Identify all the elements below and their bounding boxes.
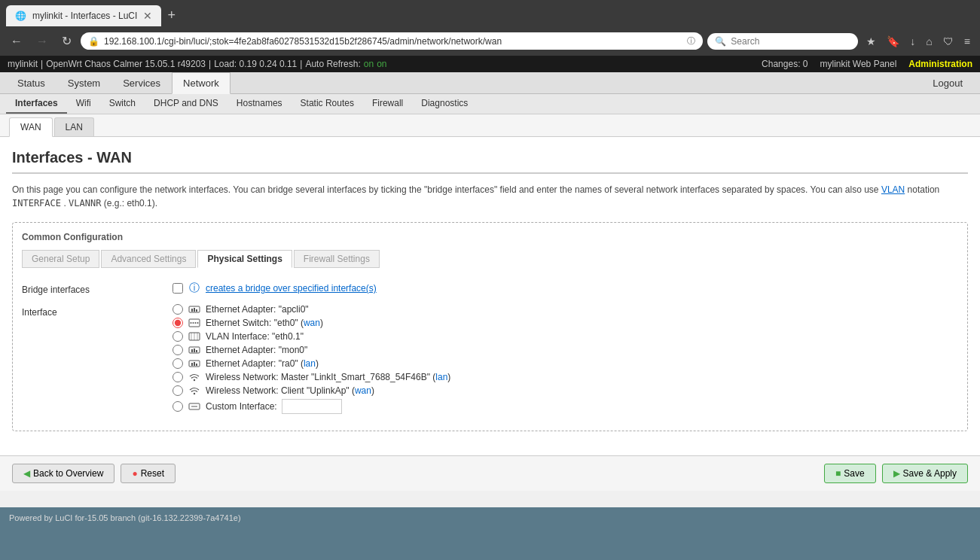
nav-logout[interactable]: Logout [921,72,974,93]
bridge-help-icon[interactable]: ⓘ [189,282,200,295]
wan-link-6[interactable]: wan [355,385,371,396]
wireless-icon-6 [188,385,201,396]
bridge-help-text[interactable]: creates a bridge over specified interfac… [206,283,377,294]
vlan-link[interactable]: VLAN [881,184,905,195]
iface-radio-6[interactable] [172,385,183,396]
iface-radio-1[interactable] [172,318,183,328]
address-info-icon: ⓘ [687,35,695,47]
iface-option-0: Ethernet Adapter: "apcli0" [172,304,958,315]
iface-label-3: Ethernet Adapter: "mon0" [206,345,307,355]
browser-tab[interactable]: 🌐 mylinkit - Interfaces - LuCI ✕ [6,5,161,26]
bookmark-star-icon[interactable]: ★ [862,32,880,50]
custom-interface-input[interactable] [282,399,342,414]
interface-text: INTERFACE [12,198,61,208]
tab-bar: 🌐 mylinkit - Interfaces - LuCI ✕ + [0,0,980,26]
lan-link-5[interactable]: lan [435,372,447,382]
search-input[interactable] [731,36,850,47]
search-icon: 🔍 [715,36,726,47]
subnav-firewall[interactable]: Firewall [363,94,412,114]
svg-point-6 [193,322,194,324]
config-tab-physical[interactable]: Physical Settings [197,250,292,268]
address-input[interactable] [104,36,682,47]
page-content: Interfaces - WAN On this page you can co… [0,137,980,455]
hostname-label: mylinkit [8,59,38,69]
subnav-diagnostics[interactable]: Diagnostics [412,94,477,114]
iface-radio-4[interactable] [172,358,183,369]
vlan-icon-2 [188,331,201,342]
reset-button[interactable]: ● Reset [121,464,176,483]
bookmark-list-icon[interactable]: 🔖 [883,32,903,50]
lock-icon: 🔒 [88,36,99,47]
subnav-interfaces[interactable]: Interfaces [6,94,67,114]
svg-rect-20 [196,364,197,366]
web-panel-link[interactable]: mylinkit Web Panel [820,59,897,69]
interface-field: Ethernet Adapter: "apcli0" [172,304,958,417]
page-tabs: WAN LAN [0,114,980,137]
subnav-dhcp-dns[interactable]: DHCP and DNS [145,94,227,114]
home-icon[interactable]: ⌂ [922,32,936,50]
lan-link-4[interactable]: lan [304,358,316,369]
iface-option-7: Custom Interface: [172,399,958,414]
tab-lan[interactable]: LAN [54,117,94,136]
svg-rect-16 [196,350,197,352]
iface-label-7: Custom Interface: [206,401,277,412]
back-nav-button[interactable]: ← [6,32,27,51]
iface-radio-2[interactable] [172,331,183,342]
subnav-static-routes[interactable]: Static Routes [292,94,363,114]
svg-rect-14 [191,349,193,352]
config-tab-firewall[interactable]: Firewall Settings [294,250,380,268]
bridge-label: Bridge interfaces [22,282,172,295]
save-apply-button[interactable]: ▶ Save & Apply [882,464,968,483]
subnav-switch[interactable]: Switch [100,94,145,114]
iface-option-6: Wireless Network: Client "UplinkAp" (wan… [172,385,958,396]
iface-radio-0[interactable] [172,304,183,315]
config-tab-advanced[interactable]: Advanced Settings [101,250,196,268]
browser-chrome: 🌐 mylinkit - Interfaces - LuCI ✕ + ← → ↻… [0,0,980,56]
download-icon[interactable]: ↓ [906,32,919,50]
subnav-wifi[interactable]: Wifi [67,94,100,114]
browser-icons: ★ 🔖 ↓ ⌂ 🛡 ≡ [862,32,974,50]
menu-icon[interactable]: ≡ [960,32,974,50]
nav-services[interactable]: Services [111,72,172,93]
nav-system[interactable]: System [56,72,111,93]
subnav-hostnames[interactable]: Hostnames [227,94,292,114]
back-icon: ◀ [23,468,30,479]
save-apply-icon: ▶ [893,468,900,479]
page-title: Interfaces - WAN [12,149,968,174]
bridge-checkbox[interactable] [172,283,183,294]
ethernet-icon-3 [188,345,201,355]
tab-close-button[interactable]: ✕ [143,10,152,22]
iface-label-5: Wireless Network: Master "LinkIt_Smart_7… [206,372,450,382]
iface-radio-3[interactable] [172,345,183,355]
interface-row: Interface Ethernet [22,300,958,422]
reload-button[interactable]: ↻ [57,31,76,51]
config-tabs: General Setup Advanced Settings Physical… [22,250,958,268]
config-tab-general[interactable]: General Setup [22,250,99,268]
iface-label-2: VLAN Interface: "eth0.1" [206,331,304,342]
page-description: On this page you can configure the netwo… [12,183,968,210]
iface-radio-7[interactable] [172,401,183,412]
save-button[interactable]: ■ Save [824,464,876,483]
shield-icon[interactable]: 🛡 [939,32,957,50]
svg-point-7 [195,322,197,324]
tab-wan[interactable]: WAN [9,117,53,137]
tab-title: mylinkit - Interfaces - LuCI [32,11,137,21]
svg-rect-2 [194,308,195,312]
info-bar: mylinkit | OpenWrt Chaos Calmer 15.05.1 … [0,56,980,72]
iface-option-1: Ethernet Switch: "eth0" (wan) [172,318,958,328]
ethernet-icon-4 [188,358,201,369]
iface-option-5: Wireless Network: Master "LinkIt_Smart_7… [172,372,958,382]
admin-link[interactable]: Administration [908,59,972,69]
back-to-overview-button[interactable]: ◀ Back to Overview [12,464,114,483]
svg-rect-15 [194,348,195,352]
svg-rect-3 [196,309,197,312]
nav-network[interactable]: Network [172,72,230,94]
nav-status[interactable]: Status [6,72,56,93]
new-tab-button[interactable]: + [161,5,182,26]
auto-refresh-value[interactable]: on [364,59,374,69]
wan-link-1[interactable]: wan [304,318,320,328]
address-bar: 🔒 ⓘ [81,32,703,50]
desc-text1: On this page you can configure the netwo… [12,184,879,195]
iface-radio-5[interactable] [172,372,183,382]
forward-nav-button[interactable]: → [32,32,53,51]
